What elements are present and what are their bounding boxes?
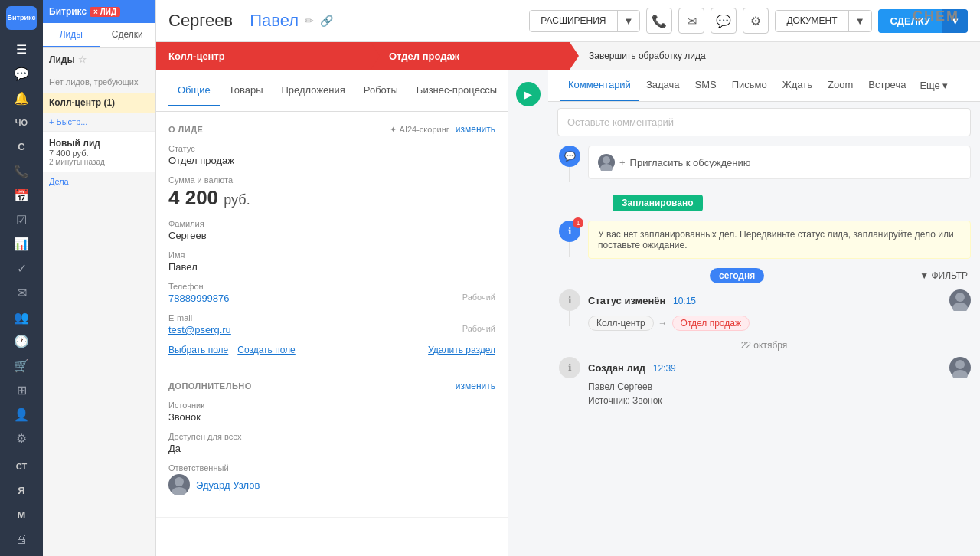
- close-badge[interactable]: × ЛИД: [90, 7, 120, 17]
- feed-item-status: ℹ Статус изменён 10:15: [557, 289, 971, 331]
- panel-tab-leads[interactable]: Лиды: [43, 23, 100, 47]
- sidebar-icon-check[interactable]: ✓: [8, 258, 35, 280]
- today-pill: сегодня: [710, 268, 764, 283]
- chat-button[interactable]: 💬: [710, 8, 737, 34]
- sidebar-icon-chart[interactable]: 📊: [8, 234, 35, 255]
- deal-label[interactable]: СДЕЛКУ: [878, 9, 943, 33]
- panel-group-callcenter[interactable]: Колл-центр (1): [43, 93, 155, 113]
- phone-button[interactable]: 📞: [646, 8, 672, 34]
- sidebar-icon-phone[interactable]: 📞: [8, 161, 35, 182]
- email-button[interactable]: ✉: [678, 8, 704, 34]
- gear-button[interactable]: ⚙: [743, 8, 769, 34]
- sidebar-icon-grid[interactable]: ☰: [8, 39, 35, 61]
- invite-text[interactable]: Пригласить к обсуждению: [630, 157, 751, 168]
- status-event-header: Статус изменён 10:15: [588, 289, 971, 311]
- deal-arrow[interactable]: ▼: [942, 9, 968, 33]
- sidebar-icon-email[interactable]: ✉: [8, 283, 35, 304]
- sidebar-icon-apps[interactable]: ⊞: [8, 380, 35, 401]
- edit-icon[interactable]: ✏: [305, 15, 314, 27]
- source-value[interactable]: Звонок: [168, 411, 495, 423]
- choose-field-link[interactable]: Выбрать поле: [168, 345, 228, 355]
- sidebar-logo[interactable]: Битрикс: [6, 6, 37, 30]
- sidebar-icon-m[interactable]: М: [8, 504, 35, 525]
- tab-processes[interactable]: Бизнес-процессы: [407, 75, 506, 106]
- quick-add-button[interactable]: + Быстр...: [43, 113, 155, 131]
- tab-zoom[interactable]: Zoom: [820, 70, 861, 101]
- extensions-button[interactable]: РАСШИРЕНИЯ ▼: [529, 10, 640, 32]
- sidebar-icon-person[interactable]: 👤: [8, 404, 35, 425]
- warning-box: У вас нет запланированных дел. Передвинь…: [588, 221, 971, 259]
- field-firstname: Имя Павел: [168, 250, 495, 273]
- status-sales[interactable]: Отдел продаж: [371, 42, 570, 70]
- email-label: E-mail: [168, 313, 495, 322]
- sidebar-icon-chat[interactable]: 💬: [8, 64, 35, 85]
- feed-video-icon[interactable]: ▶: [516, 82, 541, 106]
- sidebar-icon-print[interactable]: 🖨: [8, 528, 35, 550]
- lead-amount: 7 400 руб.: [49, 149, 149, 158]
- filter-link[interactable]: ▼ ФИЛЬТР: [920, 270, 968, 281]
- panel-tab-deals[interactable]: Сделки: [100, 23, 156, 47]
- sidebar-icon-users[interactable]: 👥: [8, 306, 35, 328]
- panel-deal-link[interactable]: Дела: [43, 172, 155, 191]
- tab-activity-more[interactable]: Еще ▾: [913, 70, 954, 100]
- tab-robots[interactable]: Роботы: [354, 75, 407, 106]
- phone-value[interactable]: 78889999876: [168, 293, 230, 304]
- sidebar-icon-ya[interactable]: Я: [8, 480, 35, 502]
- status-from: Колл-центр: [588, 316, 654, 331]
- tab-letter[interactable]: Письмо: [724, 70, 775, 101]
- tab-wait[interactable]: Ждать: [775, 70, 820, 101]
- document-label[interactable]: ДОКУМЕНТ: [776, 11, 848, 31]
- tab-general[interactable]: Общие: [168, 75, 220, 106]
- sidebar-icon-bell[interactable]: 🔔: [8, 87, 35, 109]
- document-arrow[interactable]: ▼: [848, 11, 871, 31]
- link-icon[interactable]: 🔗: [320, 15, 333, 27]
- available-value[interactable]: Да: [168, 443, 495, 454]
- status-callcenter[interactable]: Колл-центр: [156, 42, 371, 70]
- comment-placeholder[interactable]: Оставьте комментарий: [567, 116, 961, 128]
- email-value[interactable]: test@pserg.ru: [168, 324, 231, 335]
- date-22-label: 22 октября: [741, 340, 788, 351]
- tab-sms[interactable]: SMS: [688, 70, 724, 101]
- section-header-additional: ДОПОЛНИТЕЛЬНО изменить: [168, 381, 495, 391]
- tab-task[interactable]: Задача: [639, 70, 688, 101]
- extensions-arrow[interactable]: ▼: [617, 11, 640, 31]
- status-complete[interactable]: Завершить обработку лида: [570, 42, 980, 70]
- responsible-name[interactable]: Эдуард Узлов: [196, 479, 260, 491]
- sidebar-icon-settings[interactable]: ⚙: [8, 428, 35, 450]
- deal-button[interactable]: СДЕЛКУ ▼: [878, 9, 969, 33]
- tab-products[interactable]: Товары: [220, 75, 273, 106]
- extensions-label[interactable]: РАСШИРЕНИЯ: [530, 11, 616, 31]
- tab-comment[interactable]: Комментарий: [560, 70, 639, 101]
- panel-lead-item[interactable]: Новый лид 7 400 руб. 2 минуты назад: [43, 131, 155, 172]
- sidebar-icon-c[interactable]: С: [8, 136, 35, 158]
- sidebar-icon-cart[interactable]: 🛒: [8, 355, 35, 377]
- lastname-value[interactable]: Сергеев: [168, 230, 495, 241]
- tab-offers[interactable]: Предложения: [272, 75, 354, 106]
- form-panel: Общие Товары Предложения Роботы Бизнес-п…: [156, 70, 508, 556]
- delete-section-link[interactable]: Удалить раздел: [428, 345, 495, 355]
- sidebar-icon-tasks[interactable]: ☑: [8, 209, 35, 231]
- create-field-link[interactable]: Создать поле: [237, 345, 296, 355]
- svg-point-0: [175, 477, 184, 486]
- planned-badge: Запланировано: [612, 195, 703, 211]
- feed-line-2: [569, 242, 570, 257]
- status-value[interactable]: Отдел продаж: [168, 155, 495, 166]
- firstname-value[interactable]: Павел: [168, 261, 495, 273]
- firstname-label: Имя: [168, 250, 495, 260]
- document-button[interactable]: ДОКУМЕНТ ▼: [775, 10, 871, 32]
- comment-box[interactable]: Оставьте комментарий: [557, 108, 971, 136]
- svg-point-6: [956, 360, 965, 369]
- feed-scroll: 💬 + Пригласить к обсуждению: [548, 142, 980, 556]
- sidebar-icon-st[interactable]: СТ: [8, 456, 35, 477]
- created-avatar: [949, 357, 971, 378]
- amount-value[interactable]: 4 200 руб.: [168, 186, 495, 210]
- tab-meeting[interactable]: Встреча: [861, 70, 913, 101]
- feed-icon-col-invite: 💬: [557, 146, 582, 182]
- edit-additional-link[interactable]: изменить: [456, 381, 495, 391]
- sidebar-icon-cho[interactable]: ЧО: [8, 112, 35, 133]
- divider-line-right: [770, 276, 913, 276]
- sidebar-icon-clock[interactable]: 🕐: [8, 331, 35, 352]
- lead-title: Новый лид: [49, 138, 149, 149]
- sidebar-icon-calendar[interactable]: 📅: [8, 185, 35, 206]
- edit-about-link[interactable]: изменить: [456, 124, 495, 135]
